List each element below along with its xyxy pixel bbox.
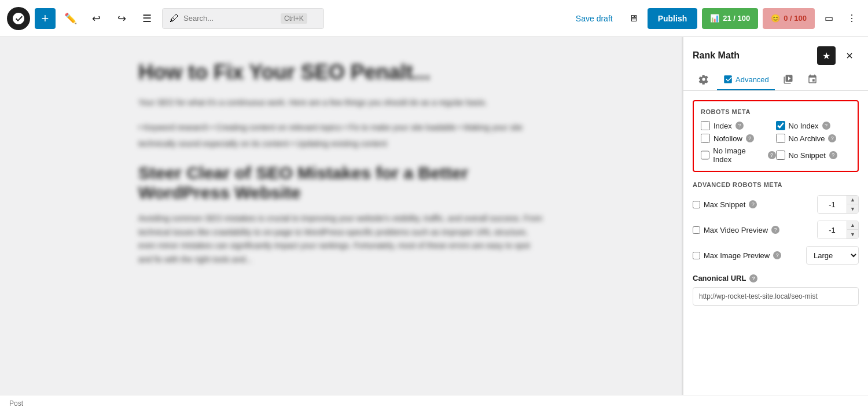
max-snippet-help-icon[interactable]: ? [749, 200, 757, 208]
index-help-icon[interactable]: ? [735, 122, 744, 130]
sidebar-title: Rank Math [693, 50, 812, 61]
checkbox-index: Index ? [701, 121, 776, 130]
noindex-help-icon[interactable]: ? [822, 122, 830, 130]
max-snippet-checkbox[interactable] [693, 201, 700, 208]
max-snippet-input[interactable]: -1 [818, 196, 847, 213]
editor-content: How to Fix Your SEO Penalt... Your SEO f… [138, 60, 543, 276]
checkbox-nofollow: Nofollow ? [701, 134, 776, 143]
checkbox-noarchive: No Archive ? [776, 134, 851, 143]
topbar: + ✏️ ↩ ↪ ☰ 🖊 Ctrl+K Save draft 🖥 Publish… [0, 0, 868, 37]
max-image-preview-checkbox[interactable] [693, 252, 700, 259]
tab-schema[interactable] [777, 69, 799, 90]
tab-settings[interactable] [693, 69, 715, 90]
status-bar: Post [0, 395, 868, 411]
nofollow-checkbox[interactable] [701, 134, 710, 143]
pen-icon: 🖊 [170, 13, 179, 24]
advanced-robots-meta-section: ADVANCED ROBOTS META Max Snippet ? -1 ▲ … [693, 181, 859, 265]
seo-score-icon: 📊 [710, 14, 719, 23]
save-draft-button[interactable]: Save draft [569, 10, 620, 27]
tab-social[interactable] [801, 69, 823, 90]
undo-button[interactable]: ↩ [86, 8, 106, 29]
nosnippet-checkbox[interactable] [776, 151, 785, 160]
nosnippet-label: No Snippet [789, 151, 826, 160]
sidebar-toggle-button[interactable]: ▭ [819, 9, 838, 28]
max-video-preview-help-icon[interactable]: ? [771, 226, 779, 234]
nofollow-help-icon[interactable]: ? [746, 134, 754, 142]
list-1: • Keyword research • Creating content on… [138, 119, 543, 152]
preview-button[interactable]: 🖥 [624, 9, 643, 28]
more-options-button[interactable]: ⋮ [843, 9, 861, 28]
para-2: Avoiding common SEO mistakes is crucial … [138, 212, 543, 267]
max-video-preview-row: Max Video Preview ? -1 ▲ ▼ [693, 221, 859, 239]
checkbox-noindex: No Index ? [776, 121, 851, 130]
max-video-preview-spinners: ▲ ▼ [847, 221, 858, 239]
max-video-preview-checkbox[interactable] [693, 226, 700, 234]
add-block-button[interactable]: + [35, 8, 56, 29]
wp-logo [7, 7, 30, 30]
para-1: Your SEO for what it's a continuous work… [138, 96, 543, 110]
max-snippet-label: Max Snippet ? [693, 200, 812, 209]
heading-2: Steer Clear of SEO Mistakes for a Better… [138, 163, 543, 203]
max-snippet-input-group: -1 ▲ ▼ [817, 195, 859, 214]
tab-advanced[interactable]: Advanced [717, 69, 775, 90]
max-snippet-spinners: ▲ ▼ [847, 195, 858, 214]
robots-meta-label: ROBOTS META [701, 108, 851, 115]
index-checkbox[interactable] [701, 121, 710, 130]
max-video-up[interactable]: ▲ [847, 221, 858, 230]
max-image-preview-select[interactable]: Large None Standard [806, 246, 859, 265]
canonical-url-section: Canonical URL ? http://wp-rocket-test-si… [693, 274, 859, 306]
max-image-preview-label: Max Image Preview ? [693, 251, 801, 260]
max-video-preview-input[interactable]: -1 [818, 221, 847, 238]
max-video-down[interactable]: ▼ [847, 230, 858, 239]
post-title: How to Fix Your SEO Penalt... [138, 60, 543, 85]
post-type-label: Post [9, 399, 23, 408]
nosnippet-help-icon[interactable]: ? [829, 151, 837, 159]
max-snippet-up[interactable]: ▲ [847, 195, 858, 204]
search-bar: 🖊 Ctrl+K [162, 8, 324, 29]
sidebar-body: ROBOTS META Index ? No Index ? Nofoll [683, 91, 868, 395]
canonical-help-icon[interactable]: ? [749, 274, 757, 282]
seo-score-value: 21 / 100 [723, 14, 750, 23]
readability-score-badge[interactable]: 😊 0 / 100 [763, 8, 815, 29]
max-video-preview-input-group: -1 ▲ ▼ [817, 221, 859, 239]
noarchive-label: No Archive [789, 134, 825, 143]
tab-advanced-label: Advanced [735, 75, 769, 84]
shortcut-hint: Ctrl+K [281, 13, 307, 24]
main-area: How to Fix Your SEO Penalt... Your SEO f… [0, 37, 868, 395]
noindex-checkbox[interactable] [776, 121, 785, 130]
noindex-label: No Index [789, 122, 819, 130]
noarchive-help-icon[interactable]: ? [828, 134, 836, 142]
nofollow-label: Nofollow [713, 134, 742, 143]
list-view-button[interactable]: ☰ [137, 8, 157, 29]
seo-score-badge[interactable]: 📊 21 / 100 [702, 8, 758, 29]
index-label: Index [713, 122, 732, 130]
sidebar-header: Rank Math ★ × [683, 37, 868, 65]
max-video-preview-label: Max Video Preview ? [693, 226, 812, 234]
publish-button[interactable]: Publish [648, 8, 698, 29]
advanced-robots-label: ADVANCED ROBOTS META [693, 181, 859, 188]
search-input[interactable] [183, 14, 276, 23]
redo-button[interactable]: ↪ [111, 8, 132, 29]
max-snippet-down[interactable]: ▼ [847, 204, 858, 214]
noimageindex-checkbox[interactable] [701, 151, 709, 160]
checkbox-noimageindex: No Image Index ? [701, 146, 776, 164]
robots-meta-section: ROBOTS META Index ? No Index ? Nofoll [693, 100, 859, 172]
edit-icon[interactable]: ✏️ [60, 8, 81, 29]
checkbox-nosnippet: No Snippet ? [776, 146, 851, 164]
readability-score-value: 0 / 100 [784, 14, 807, 23]
robots-grid: Index ? No Index ? Nofollow ? [701, 121, 851, 164]
max-snippet-row: Max Snippet ? -1 ▲ ▼ [693, 195, 859, 214]
readability-icon: 😊 [771, 14, 780, 23]
rank-math-sidebar: Rank Math ★ × Advanced ROBOTS META [683, 37, 868, 395]
star-button[interactable]: ★ [817, 46, 836, 65]
noarchive-checkbox[interactable] [776, 134, 785, 143]
noimageindex-help-icon[interactable]: ? [768, 151, 776, 159]
editor-area: How to Fix Your SEO Penalt... Your SEO f… [0, 37, 682, 395]
close-sidebar-button[interactable]: × [840, 46, 859, 65]
canonical-url-input[interactable]: http://wp-rocket-test-site.local/seo-mis… [693, 287, 859, 306]
max-image-preview-row: Max Image Preview ? Large None Standard [693, 246, 859, 265]
max-image-preview-help-icon[interactable]: ? [773, 251, 781, 259]
canonical-url-label: Canonical URL ? [693, 274, 859, 282]
noimageindex-label: No Image Index [713, 146, 764, 164]
sidebar-tabs: Advanced [683, 65, 868, 91]
